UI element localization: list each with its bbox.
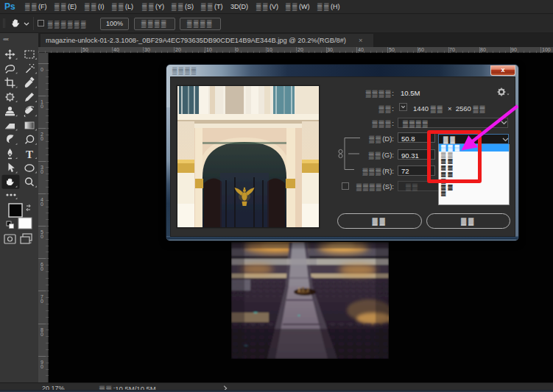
svg-text:T: T xyxy=(26,149,33,160)
